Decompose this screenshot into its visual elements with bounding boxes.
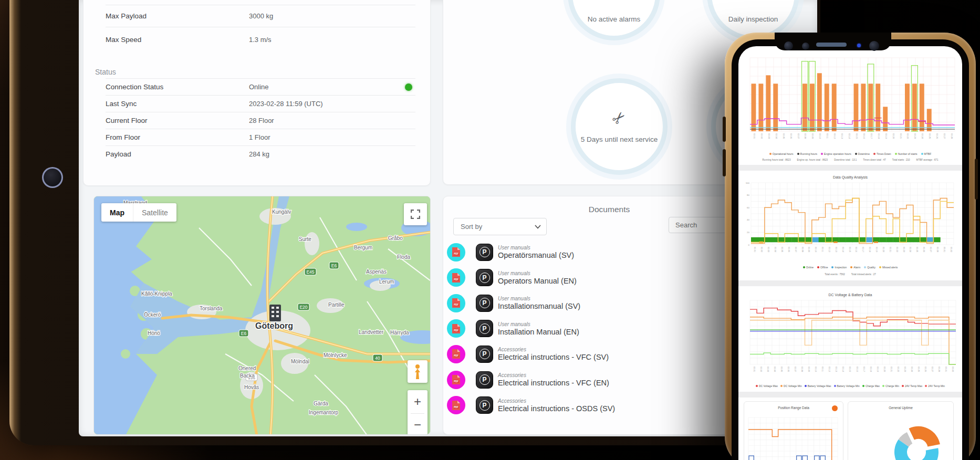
legend-item: Inspection [831, 266, 847, 269]
widget-label: 5 Days until next service [580, 134, 659, 145]
phone-screen: 02-0102-0202-0302-0402-0502-0602-0702-08… [738, 46, 962, 460]
legend-item: DC Voltage Max [756, 384, 778, 388]
svg-text:02-03: 02-03 [767, 367, 769, 372]
document-category: Accessories [498, 398, 615, 404]
document-title: Installationsmanual (SV) [498, 302, 580, 310]
svg-text:02-23: 02-23 [914, 133, 916, 139]
svg-text:02-09: 02-09 [808, 247, 810, 253]
voltage-chart-title: DC Voltage & Battery Data [738, 293, 962, 297]
legend-item: Charge Min [882, 384, 899, 388]
svg-text:03-01: 03-01 [943, 247, 946, 253]
svg-text:02-20: 02-20 [892, 133, 895, 139]
legend-item: Online [803, 266, 814, 269]
uptime-card-title: General Uptime [848, 406, 953, 410]
svg-text:02-13: 02-13 [835, 247, 838, 253]
sort-by-label: Sort by [461, 223, 482, 231]
spec-label: Current Floor [106, 117, 249, 124]
composite-scene: Max Payload 3000 kgMax Speed 1.3 m/sConn… [0, 0, 980, 460]
svg-text:02-08: 02-08 [801, 247, 804, 253]
donut-canvas: 62.7% [848, 411, 954, 460]
fullscreen-button[interactable] [404, 203, 427, 225]
road-badge: E45 [305, 268, 316, 275]
zoom-out-button[interactable]: − [408, 414, 428, 435]
position-chart [746, 414, 841, 460]
widget-next-service[interactable]: ✂ 5 Days until next service [571, 78, 668, 175]
stat-item: Engine op. hours total : 8623 [797, 159, 828, 161]
svg-text:02-06: 02-06 [787, 367, 790, 372]
chart-canvas: 02-0102-0202-0302-0402-0502-0602-0702-08… [743, 54, 958, 151]
power-button [975, 159, 978, 200]
legend-item: DC Voltage Min [780, 384, 802, 388]
svg-text:02-15: 02-15 [849, 247, 851, 253]
pdf-file-icon: PDF [452, 400, 461, 411]
svg-text:02-09: 02-09 [811, 133, 814, 139]
document-category: Accessories [498, 372, 609, 378]
svg-text:02-21: 02-21 [890, 367, 893, 372]
map-canvas: E45E20E6E640158 MarstrandKungälvSurteBer… [94, 196, 431, 435]
widget-no-active-alarms[interactable]: No active alarms [568, 0, 660, 40]
svg-text:02-20: 02-20 [883, 367, 886, 372]
spec-label: From Floor [106, 133, 249, 141]
svg-text:PDF: PDF [454, 380, 458, 383]
widget-label: Daily inspection [714, 14, 793, 25]
document-category-badge: PDF [447, 319, 465, 338]
svg-text:0: 0 [748, 244, 750, 246]
svg-text:40: 40 [747, 218, 749, 221]
spec-label: Connection Status [106, 83, 249, 91]
svg-text:E6: E6 [331, 263, 337, 268]
zoom-in-button[interactable]: + [408, 390, 428, 413]
pdf-file-icon: PDF [452, 247, 461, 257]
svg-text:02-10: 02-10 [819, 133, 821, 139]
svg-text:02-14: 02-14 [848, 133, 851, 139]
svg-text:40: 40 [375, 356, 380, 361]
svg-text:03-02: 03-02 [952, 367, 954, 372]
tablet-camera [42, 167, 63, 188]
svg-text:02-25: 02-25 [918, 367, 920, 372]
legend-item: MTBF [921, 152, 932, 155]
svg-text:02-05: 02-05 [783, 133, 785, 139]
legend-item: Offline [817, 266, 828, 269]
svg-text:02-27: 02-27 [930, 247, 932, 253]
data-quality-chart: 10080604020002-0102-0202-0302-0402-0502-… [743, 181, 958, 264]
svg-text:02-18: 02-18 [869, 247, 871, 253]
map-place-label: Surte [299, 236, 311, 242]
satellite-button[interactable]: Satellite [133, 203, 176, 222]
pdf-file-icon: PDF [452, 273, 461, 283]
map-place-label: Aspenäs [366, 269, 387, 275]
svg-text:02-16: 02-16 [856, 367, 859, 372]
svg-text:02-15: 02-15 [849, 367, 851, 372]
svg-text:02-09: 02-09 [808, 367, 810, 372]
document-category: User manuals [498, 296, 580, 301]
svg-text:02-07: 02-07 [797, 133, 800, 139]
pdf-file-icon: PDF [452, 374, 461, 385]
map-place-label: Onered [238, 365, 256, 371]
pegman-control[interactable] [408, 360, 428, 383]
svg-text:02-12: 02-12 [828, 247, 831, 253]
location-map[interactable]: E45E20E6E640158 MarstrandKungälvSurteBer… [93, 196, 431, 435]
svg-text:02-07: 02-07 [795, 247, 797, 253]
sort-by-dropdown[interactable]: Sort by [453, 218, 547, 235]
stat-item: Times down total : 47 [863, 159, 886, 161]
document-title: Electrical instructions - OSDS (SV) [498, 404, 615, 413]
legend-item: Battery Voltage Max [805, 384, 831, 388]
position-range-card: Position Range Data [744, 401, 843, 460]
map-button[interactable]: Map [101, 203, 133, 222]
speaker-grille [816, 43, 847, 47]
svg-text:02-03: 02-03 [768, 133, 770, 139]
svg-text:02-05: 02-05 [780, 367, 783, 372]
notification-led [857, 44, 861, 47]
legend-item: Running hours [797, 152, 818, 155]
map-place-label: Gråbo [388, 235, 403, 241]
spec-row: Last Sync 2023-02-28 11:59 (UTC) [106, 95, 415, 112]
pdf-app-icon: P [476, 396, 493, 414]
voltage-battery-chart: 02-0102-0202-0302-0402-0502-0602-0702-08… [743, 298, 958, 383]
svg-text:02-23: 02-23 [903, 247, 905, 253]
svg-text:02-13: 02-13 [835, 367, 838, 372]
phone-device: 02-0102-0202-0302-0402-0502-0602-0702-08… [725, 33, 976, 460]
pdf-app-icon: P [476, 295, 493, 312]
city-marker-building [269, 305, 281, 321]
widget-label: No active alarms [575, 14, 653, 25]
status-section-label: Status [95, 68, 116, 76]
document-category-badge: PDF [447, 345, 465, 363]
legend-item: Downtime [855, 152, 870, 155]
